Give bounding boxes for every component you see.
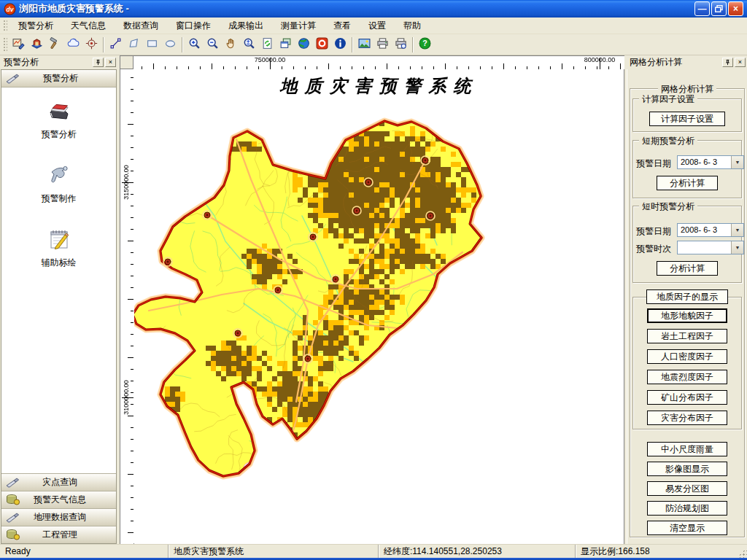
- status-coordinates: 经纬度:114.140551,28.250253: [378, 545, 575, 558]
- refresh-page-icon: [261, 37, 274, 52]
- geofactor-button-5[interactable]: 灾害分布因子: [647, 411, 727, 425]
- close-icon[interactable]: ×: [735, 58, 746, 67]
- help-icon: ?: [419, 37, 431, 52]
- short-term-date-combobox[interactable]: 2008- 6- 3 ▼: [677, 155, 744, 169]
- toolbar-button-help-icon[interactable]: ?: [416, 36, 434, 53]
- toolbar-button-refresh-page-icon[interactable]: [258, 36, 276, 53]
- toolbar-button-cloud-icon[interactable]: [64, 36, 82, 53]
- toolbar-button-rectangle-tool-icon[interactable]: [143, 36, 161, 53]
- map-canvas[interactable]: [134, 70, 624, 544]
- geofactor-button-2[interactable]: 人口密度因子: [647, 349, 727, 364]
- menu-item-8[interactable]: 帮助: [395, 18, 430, 34]
- toolbar-button-zoom-out-icon[interactable]: [204, 36, 222, 53]
- toolbar-button-line-tool-icon[interactable]: [107, 36, 125, 53]
- extra-button-2[interactable]: 易发分区图: [647, 481, 727, 496]
- left-panel-header-label: 预警分析: [23, 72, 116, 85]
- extra-button-1[interactable]: 影像图显示: [647, 462, 727, 476]
- title-bar: dv 浏阳市地质灾害预警系统 - — ×: [0, 0, 747, 18]
- left-panel-bar-2[interactable]: 地理数据查询: [1, 508, 116, 526]
- left-panel-bar-0[interactable]: 灾点查询: [1, 473, 116, 491]
- left-panel-header[interactable]: 预警分析: [1, 70, 116, 88]
- toolbar-button-stop-record-icon[interactable]: [313, 36, 331, 53]
- pin-icon[interactable]: [93, 58, 104, 67]
- geofactor-display-header-button[interactable]: 地质因子的显示: [646, 289, 728, 304]
- short-term-analyze-button[interactable]: 分析计算: [657, 176, 718, 190]
- menu-bar: 预警分析天气信息数据查询窗口操作成果输出测量计算查看设置帮助: [0, 18, 747, 34]
- toolbar-button-globe-icon[interactable]: [295, 36, 313, 53]
- left-panel-body: 预警分析预警制作辅助标绘: [1, 88, 116, 473]
- toolbar-separator: [352, 37, 353, 52]
- toolbar-button-pan-hand-icon[interactable]: [222, 36, 240, 53]
- factor-settings-group-label: 计算因子设置: [639, 93, 697, 106]
- left-panel-item-0[interactable]: 预警分析: [1, 98, 116, 141]
- toolbar-button-zoom-in-icon[interactable]: [185, 36, 204, 53]
- brush-stamp-icon: [5, 476, 21, 489]
- menu-item-0[interactable]: 预警分析: [9, 18, 62, 34]
- right-panel-titlebar: 网格分析计算 ×: [626, 55, 747, 69]
- ruler-corner: [120, 56, 133, 69]
- status-system-name: 地质灾害预警系统: [168, 545, 378, 558]
- minimize-button[interactable]: —: [694, 1, 710, 16]
- toolbar-button-map-edit-icon[interactable]: [9, 36, 28, 53]
- flood-fill-icon: [31, 37, 43, 52]
- menu-item-1[interactable]: 天气信息: [62, 18, 115, 34]
- toolbar-button-hammer-icon[interactable]: [46, 36, 64, 53]
- extra-button-4[interactable]: 清空显示: [647, 521, 727, 535]
- toolbar-separator: [412, 37, 414, 52]
- short-term-group-label: 短期预警分析: [639, 135, 697, 147]
- toolbar-button-image-map-icon[interactable]: [355, 36, 374, 53]
- toolbar-button-print-preview-icon[interactable]: [392, 36, 410, 53]
- toolbar-button-crosshair-icon[interactable]: [82, 36, 101, 53]
- copy-window-icon: [279, 37, 292, 52]
- toolbar-button-copy-window-icon[interactable]: [276, 36, 295, 53]
- chevron-down-icon[interactable]: ▼: [731, 224, 743, 236]
- nowcast-analyze-button[interactable]: 分析计算: [657, 261, 718, 276]
- geofactor-button-0[interactable]: 地形地貌因子: [647, 308, 727, 323]
- close-icon[interactable]: ×: [105, 58, 116, 67]
- left-panel-item-2[interactable]: 辅助标绘: [1, 226, 116, 269]
- toolbar-button-flood-fill-icon[interactable]: [28, 36, 46, 53]
- toolbar-button-info-icon[interactable]: [331, 36, 349, 53]
- menu-item-2[interactable]: 数据查询: [115, 18, 167, 34]
- menu-item-5[interactable]: 测量计算: [272, 18, 325, 34]
- left-panel-bar-3[interactable]: 工程管理: [1, 526, 116, 543]
- left-panel-bar-label: 工程管理: [23, 529, 116, 541]
- resize-grip[interactable]: [737, 548, 747, 558]
- geofactor-button-3[interactable]: 地震烈度因子: [647, 370, 727, 384]
- hammer-icon: [49, 37, 61, 52]
- menu-grip: [2, 19, 7, 32]
- chevron-down-icon[interactable]: ▼: [731, 156, 743, 168]
- factor-settings-button[interactable]: 计算因子设置: [649, 112, 725, 126]
- geofactor-button-1[interactable]: 岩土工程因子: [647, 329, 727, 343]
- menu-item-6[interactable]: 查看: [325, 18, 360, 34]
- menu-item-3[interactable]: 窗口操作: [167, 18, 220, 34]
- toolbar-separator: [103, 37, 104, 52]
- geofactor-button-4[interactable]: 矿山分布因子: [647, 390, 727, 405]
- left-panel-item-1[interactable]: 预警制作: [1, 162, 116, 205]
- ruler-top: [133, 56, 624, 69]
- window-title: 浏阳市地质灾害预警系统 -: [19, 2, 694, 15]
- toolbar-button-ellipse-tool-icon[interactable]: [161, 36, 179, 53]
- chevron-down-icon[interactable]: ▼: [731, 241, 743, 254]
- left-panel-bar-label: 地理数据查询: [23, 511, 116, 524]
- zoom-extent-icon: [243, 37, 255, 52]
- toolbar-button-zoom-extent-icon[interactable]: [240, 36, 258, 53]
- nowcast-time-combobox[interactable]: ▼: [677, 241, 744, 254]
- menu-item-7[interactable]: 设置: [360, 18, 395, 34]
- extra-button-3[interactable]: 防治规划图: [647, 501, 727, 516]
- left-panel-bar-1[interactable]: 预警天气信息: [1, 491, 116, 508]
- status-bar: Ready 地质灾害预警系统 经纬度:114.140551,28.250253 …: [0, 544, 747, 558]
- toolbar-button-polygon-tool-icon[interactable]: [125, 36, 143, 53]
- nowcast-date-combobox[interactable]: 2008- 6- 3 ▼: [677, 223, 744, 237]
- close-button[interactable]: ×: [728, 1, 743, 16]
- app-window: dv 浏阳市地质灾害预警系统 - — × 预警分析天气信息数据查询窗口操作成果输…: [0, 0, 747, 560]
- toolbar-button-print-icon[interactable]: [374, 36, 392, 53]
- pin-icon[interactable]: [722, 58, 733, 67]
- stop-record-icon: [316, 37, 328, 52]
- nowcast-date-value: 2008- 6- 3: [678, 224, 731, 236]
- extra-button-0[interactable]: 中小尺度雨量: [647, 442, 727, 456]
- menu-item-4[interactable]: 成果输出: [220, 18, 272, 34]
- left-panel-bar-label: 灾点查询: [23, 476, 116, 489]
- restore-button[interactable]: [711, 1, 727, 16]
- left-panel-item-label: 预警分析: [42, 128, 77, 141]
